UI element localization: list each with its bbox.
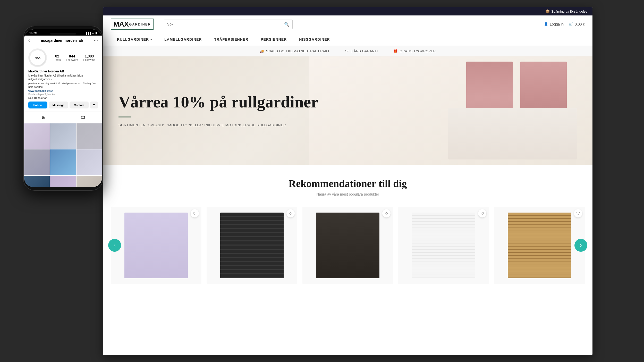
benefit-warranty: 🛡 3 ÅRS GARANTI	[345, 49, 378, 53]
search-icon[interactable]: 🔍	[284, 22, 289, 27]
ig-stats: 82 Posts 844 Followers 1,383 Following	[51, 54, 98, 61]
rec-subtitle: Några av våra mest populära produkter	[111, 192, 585, 196]
blind-wood	[508, 213, 571, 278]
grid-item-4	[24, 149, 50, 175]
wifi-icon: ▲	[92, 32, 94, 35]
truck-icon: 🚚	[260, 49, 264, 53]
phone-screen: 15:29 ▐▐▐ ▲ ▮ ‹ maxgardiner_norden_ab ··…	[24, 29, 102, 187]
ig-avatar-inner: MAX	[30, 50, 45, 65]
cart-action[interactable]: 🛒 0,00 €	[569, 22, 585, 26]
product-img-3: ♡	[302, 207, 393, 284]
product-img-2: ♡	[207, 207, 297, 284]
fabric-icon: 🎁	[393, 49, 398, 53]
logo-max: MAX	[113, 20, 129, 28]
product-card-2: ♡	[207, 207, 297, 284]
ig-translate[interactable]: See Translation	[28, 97, 98, 99]
back-icon[interactable]: ‹	[28, 38, 30, 43]
battery-icon: ▮	[95, 32, 97, 35]
hero-subtitle: SORTIMENTEN "SPLASH", "MOOD FR" "BELLA" …	[118, 123, 577, 128]
tracking-icon: 📦	[545, 9, 550, 13]
hero-divider	[118, 116, 131, 117]
recommendations-section: Rekommendationer till dig Några av våra …	[103, 165, 592, 297]
ig-following-stat: 1,383 Following	[83, 54, 95, 61]
followers-label: Followers	[66, 58, 78, 61]
search-bar[interactable]: 🔍	[164, 20, 293, 29]
product-img-5: ♡	[494, 207, 585, 284]
login-label: Logga in	[550, 22, 564, 26]
following-label: Following	[83, 58, 95, 61]
ig-website[interactable]: www.maxgardiner.se/	[28, 89, 98, 92]
ig-action-buttons: Follow Message Contact ▾	[28, 102, 98, 108]
ig-username: maxgardiner_norden_ab	[41, 38, 83, 43]
message-button[interactable]: Message	[49, 102, 68, 108]
search-input[interactable]	[167, 22, 282, 26]
product-card-5: ♡	[494, 207, 585, 284]
ig-address: Koldalsvägen 9, Nacka	[28, 93, 98, 96]
product-img-1: ♡	[111, 207, 201, 284]
nav-rullgardiner[interactable]: RULLGARDINER	[111, 33, 158, 46]
blind-white-pleated	[412, 213, 475, 278]
nav-hissgardiner[interactable]: HISSGARDINER	[293, 33, 336, 46]
wishlist-btn-3[interactable]: ♡	[382, 209, 391, 217]
grid-item-6	[77, 149, 102, 175]
website-panel: 📦 Spårning av försändelse MAX GARDINER 🔍…	[103, 7, 592, 355]
benefit-samples-label: GRATIS TYGPROVER	[400, 49, 436, 53]
wishlist-btn-1[interactable]: ♡	[191, 209, 199, 217]
wishlist-btn-2[interactable]: ♡	[286, 209, 295, 217]
tracking-label: Spårning av försändelse	[551, 10, 587, 13]
cart-icon: 🛒	[569, 22, 573, 26]
prev-arrow[interactable]: ‹	[108, 239, 121, 252]
grid-item-1	[24, 123, 50, 149]
cart-label: 0,00 €	[575, 22, 585, 26]
ig-bio-1: MaxGardiner Norden AB tillverkar måttbes…	[28, 74, 98, 81]
product-card-3: ♡	[302, 207, 393, 284]
site-header: MAX GARDINER 🔍 👤 Logga in 🛒 0,00 €	[103, 15, 592, 33]
ig-avatar: MAX	[28, 48, 47, 67]
logo-gardiner: GARDINER	[129, 22, 151, 26]
site-logo[interactable]: MAX GARDINER	[111, 19, 154, 30]
ig-header: ‹ maxgardiner_norden_ab ···	[24, 36, 102, 45]
wishlist-btn-5[interactable]: ♡	[574, 209, 582, 217]
ig-profile-top: MAX 82 Posts 844 Followers 1,3	[28, 48, 98, 67]
dropdown-button[interactable]: ▾	[90, 102, 98, 108]
posts-count: 82	[54, 54, 61, 58]
blind-dark-stripes	[220, 213, 284, 278]
wishlist-btn-4[interactable]: ♡	[478, 209, 486, 217]
ig-posts-stat: 82 Posts	[54, 54, 61, 61]
site-nav: RULLGARDINER LAMELLGARDINER TRÄPERSIENNE…	[103, 33, 592, 46]
user-icon: 👤	[544, 22, 548, 26]
benefit-samples: 🎁 GRATIS TYGPROVER	[393, 49, 436, 53]
contact-button[interactable]: Contact	[70, 102, 89, 108]
hero-banner: Vårrea 10% på rullgardiner SORTIMENTEN "…	[103, 56, 592, 165]
grid-item-2	[50, 123, 76, 149]
product-img-4: ♡	[398, 207, 489, 284]
benefit-shipping: 🚚 SNABB OCH KLIMATNEUTRAL FRAKT	[260, 49, 330, 53]
status-icons: ▐▐▐ ▲ ▮	[85, 32, 97, 35]
phone-notch	[50, 33, 76, 35]
instagram-screen: 15:29 ▐▐▐ ▲ ▮ ‹ maxgardiner_norden_ab ··…	[24, 29, 102, 187]
grid-item-3	[77, 123, 102, 149]
next-arrow[interactable]: ›	[574, 239, 587, 252]
nav-trapersienner[interactable]: TRÄPERSIENNER	[208, 33, 255, 46]
shield-icon: 🛡	[345, 49, 349, 53]
signal-icon: ▐▐▐	[85, 32, 91, 35]
ig-tab-tagged[interactable]: 🏷	[63, 112, 102, 123]
more-icon[interactable]: ···	[94, 38, 98, 43]
follow-button[interactable]: Follow	[28, 102, 47, 108]
blind-dark-solid	[316, 213, 379, 278]
nav-lamellgardiner[interactable]: LAMELLGARDINER	[158, 33, 208, 46]
rec-title: Rekommendationer till dig	[111, 178, 585, 190]
ig-bio-2: persienner av hög kvalité till privatper…	[28, 82, 98, 89]
grid-item-7	[24, 176, 50, 187]
ig-photo-grid	[24, 123, 102, 187]
status-bar: 15:29 ▐▐▐ ▲ ▮	[24, 29, 102, 36]
product-card-4: ♡	[398, 207, 489, 284]
ig-tab-grid[interactable]: ⊞	[24, 112, 63, 123]
grid-item-9	[77, 176, 102, 187]
nav-persienner[interactable]: PERSIENNER	[255, 33, 293, 46]
phone-device: 15:29 ▐▐▐ ▲ ▮ ‹ maxgardiner_norden_ab ··…	[23, 26, 103, 191]
login-action[interactable]: 👤 Logga in	[544, 22, 564, 26]
benefit-shipping-label: SNABB OCH KLIMATNEUTRAL FRAKT	[266, 49, 330, 53]
followers-count: 844	[66, 54, 78, 58]
ig-followers-stat: 844 Followers	[66, 54, 78, 61]
